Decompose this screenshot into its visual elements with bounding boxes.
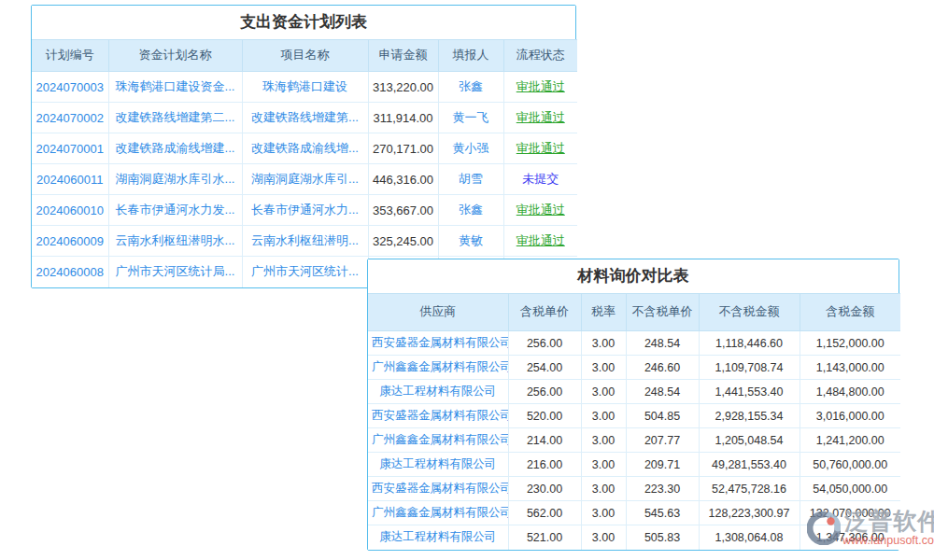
supplier-cell[interactable]: 西安盛器金属材料有限公司: [368, 404, 508, 428]
table-row: 2024070002改建铁路线增建第二...改建铁路线增建第...311,914…: [32, 103, 577, 133]
price-incl-tax-cell: 216.00: [508, 453, 581, 477]
plan-no-cell[interactable]: 2024060009: [32, 226, 108, 257]
apply-amount-cell: 311,914.00: [368, 103, 438, 133]
project-name-cell[interactable]: 广州市天河区统计...: [242, 257, 368, 287]
price-incl-tax-cell: 562.00: [508, 501, 581, 525]
table-row: 2024060009云南水利枢纽潜明水...云南水利枢纽潜明...325,245…: [32, 226, 577, 257]
project-name-cell[interactable]: 珠海鹤港口建设: [242, 72, 368, 103]
quote-table-title: 材料询价对比表: [368, 259, 899, 293]
price-excl-tax-cell: 248.54: [626, 331, 699, 356]
table-row: 西安盛器金属材料有限公司520.003.00504.852,928,155.34…: [368, 404, 900, 428]
fund-plan-name-cell[interactable]: 长春市伊通河水力发...: [108, 195, 242, 226]
col-header-price-incl-tax: 含税单价: [508, 294, 581, 331]
table-row: 2024060011湖南洞庭湖水库引水...湖南洞庭湖水库引...446,316…: [32, 164, 577, 195]
col-header-apply-amount: 申请金额: [368, 40, 438, 72]
supplier-cell[interactable]: 广州鑫鑫金属材料有限公司: [368, 356, 508, 380]
amount-excl-tax-cell: 1,109,708.74: [699, 356, 800, 380]
amount-excl-tax-cell: 128,223,300.97: [699, 501, 800, 525]
tax-rate-cell: 3.00: [581, 428, 626, 453]
amount-incl-tax-cell: 3,016,000.00: [800, 404, 900, 428]
tax-rate-cell: 3.00: [581, 453, 626, 477]
amount-excl-tax-cell: 2,928,155.34: [699, 404, 800, 428]
plan-no-cell[interactable]: 2024060008: [32, 257, 108, 287]
price-incl-tax-cell: 256.00: [508, 380, 581, 404]
plan-no-cell[interactable]: 2024060010: [32, 195, 108, 226]
amount-incl-tax-cell: 1,484,800.00: [800, 380, 900, 404]
fund-plan-name-cell[interactable]: 云南水利枢纽潜明水...: [108, 226, 242, 257]
fund-plan-name-cell[interactable]: 湖南洞庭湖水库引水...: [108, 164, 242, 195]
price-incl-tax-cell: 230.00: [508, 477, 581, 501]
amount-incl-tax-cell: 1,347,306.00: [800, 525, 900, 550]
supplier-cell[interactable]: 康达工程材料有限公司: [368, 453, 508, 477]
flow-status-link[interactable]: 审批通过: [503, 72, 577, 103]
col-header-project-name: 项目名称: [242, 40, 368, 72]
price-excl-tax-cell: 207.77: [626, 428, 699, 453]
reporter-cell: 胡雪: [438, 164, 503, 195]
quote-table: 供应商 含税单价 税率 不含税单价 不含税金额 含税金额 西安盛器金属材料有限公…: [368, 293, 900, 550]
fund-plan-name-cell[interactable]: 改建铁路线增建第二...: [108, 103, 242, 133]
fund-plan-name-cell[interactable]: 改建铁路成渝线增建...: [108, 133, 242, 164]
project-name-cell[interactable]: 湖南洞庭湖水库引...: [242, 164, 368, 195]
col-header-reporter: 填报人: [438, 40, 503, 72]
price-incl-tax-cell: 521.00: [508, 525, 581, 550]
flow-status-link[interactable]: 未提交: [503, 164, 577, 195]
price-excl-tax-cell: 545.63: [626, 501, 699, 525]
amount-incl-tax-cell: 54,050,000.00: [800, 477, 900, 501]
supplier-cell[interactable]: 广州鑫鑫金属材料有限公司: [368, 501, 508, 525]
col-header-flow-status: 流程状态: [503, 40, 577, 72]
price-incl-tax-cell: 214.00: [508, 428, 581, 453]
table-row: 康达工程材料有限公司521.003.00505.831,308,064.081,…: [368, 525, 900, 550]
amount-excl-tax-cell: 1,441,553.40: [699, 380, 800, 404]
fund-plan-name-cell[interactable]: 广州市天河区统计局...: [108, 257, 242, 287]
amount-excl-tax-cell: 1,118,446.60: [699, 331, 800, 356]
tax-rate-cell: 3.00: [581, 525, 626, 550]
table-row: 康达工程材料有限公司216.003.00209.7149,281,553.405…: [368, 453, 900, 477]
reporter-cell: 黄小强: [438, 133, 503, 164]
price-incl-tax-cell: 520.00: [508, 404, 581, 428]
amount-excl-tax-cell: 49,281,553.40: [699, 453, 800, 477]
flow-status-link[interactable]: 审批通过: [503, 195, 577, 226]
tax-rate-cell: 3.00: [581, 404, 626, 428]
project-name-cell[interactable]: 改建铁路成渝线增...: [242, 133, 368, 164]
material-inquiry-comparison-table-card: 材料询价对比表 供应商 含税单价 税率 不含税单价 不含税金额 含税金额 西安盛…: [367, 259, 899, 551]
tax-rate-cell: 3.00: [581, 331, 626, 356]
flow-status-link[interactable]: 审批通过: [503, 103, 577, 133]
supplier-cell[interactable]: 康达工程材料有限公司: [368, 380, 508, 404]
project-name-cell[interactable]: 改建铁路线增建第...: [242, 103, 368, 133]
reporter-cell: 张鑫: [438, 72, 503, 103]
col-header-amount-excl-tax: 不含税金额: [699, 294, 800, 331]
table-row: 西安盛器金属材料有限公司230.003.00223.3052,475,728.1…: [368, 477, 900, 501]
price-excl-tax-cell: 223.30: [626, 477, 699, 501]
plan-no-cell[interactable]: 2024070003: [32, 72, 108, 103]
project-name-cell[interactable]: 长春市伊通河水力...: [242, 195, 368, 226]
table-row: 西安盛器金属材料有限公司256.003.00248.541,118,446.60…: [368, 331, 900, 356]
amount-incl-tax-cell: 50,760,000.00: [800, 453, 900, 477]
reporter-cell: 张鑫: [438, 195, 503, 226]
quote-table-body: 西安盛器金属材料有限公司256.003.00248.541,118,446.60…: [368, 331, 900, 550]
table-row: 2024070001改建铁路成渝线增建...改建铁路成渝线增...270,171…: [32, 133, 577, 164]
project-name-cell[interactable]: 云南水利枢纽潜明...: [242, 226, 368, 257]
price-excl-tax-cell: 248.54: [626, 380, 699, 404]
apply-amount-cell: 353,667.00: [368, 195, 438, 226]
supplier-cell[interactable]: 广州鑫鑫金属材料有限公司: [368, 428, 508, 453]
plan-no-cell[interactable]: 2024060011: [32, 164, 108, 195]
reporter-cell: 黄一飞: [438, 103, 503, 133]
expenditure-fund-plan-table-card: 支出资金计划列表 计划编号 资金计划名称 项目名称 申请金额 填报人 流程状态 …: [31, 5, 576, 288]
price-excl-tax-cell: 209.71: [626, 453, 699, 477]
supplier-cell[interactable]: 康达工程材料有限公司: [368, 525, 508, 550]
tax-rate-cell: 3.00: [581, 380, 626, 404]
supplier-cell[interactable]: 西安盛器金属材料有限公司: [368, 331, 508, 356]
col-header-price-excl-tax: 不含税单价: [626, 294, 699, 331]
amount-incl-tax-cell: 1,152,000.00: [800, 331, 900, 356]
reporter-cell: 黄敏: [438, 226, 503, 257]
flow-status-link[interactable]: 审批通过: [503, 226, 577, 257]
table-row: 广州鑫鑫金属材料有限公司562.003.00545.63128,223,300.…: [368, 501, 900, 525]
supplier-cell[interactable]: 西安盛器金属材料有限公司: [368, 477, 508, 501]
fund-plan-name-cell[interactable]: 珠海鹤港口建设资金...: [108, 72, 242, 103]
plan-no-cell[interactable]: 2024070002: [32, 103, 108, 133]
tax-rate-cell: 3.00: [581, 477, 626, 501]
plan-no-cell[interactable]: 2024070001: [32, 133, 108, 164]
col-header-fund-plan-name: 资金计划名称: [108, 40, 242, 72]
amount-incl-tax-cell: 1,143,000.00: [800, 356, 900, 380]
flow-status-link[interactable]: 审批通过: [503, 133, 577, 164]
